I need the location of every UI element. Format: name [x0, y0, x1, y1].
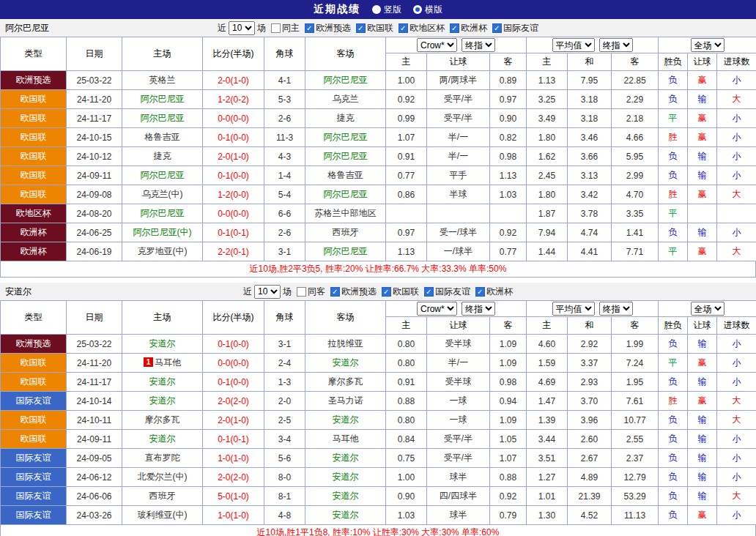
home-team-link[interactable]: 阿尔巴尼亚	[141, 170, 185, 180]
score-cell[interactable]: 0-0(0-0)	[203, 204, 264, 223]
away-team-link[interactable]: 阿尔巴尼亚	[324, 132, 368, 142]
score-cell[interactable]: 2-0(2-0)	[203, 392, 264, 411]
score-cell[interactable]: 5-0(1-0)	[203, 487, 264, 506]
league-label[interactable]: 国际友谊	[503, 22, 538, 34]
match-count-select[interactable]: 10	[254, 285, 281, 299]
home-team-link[interactable]: 北爱尔兰(中)	[138, 472, 188, 482]
league-checkbox[interactable]	[305, 23, 314, 33]
score-cell[interactable]: 1-2(0-0)	[203, 185, 264, 204]
league-checkbox[interactable]	[382, 287, 391, 297]
league-checkbox[interactable]	[424, 287, 434, 297]
league-label[interactable]: 欧地区杯	[410, 22, 445, 34]
league-checkbox[interactable]	[475, 287, 485, 297]
score-cell[interactable]: 0-1(0-1)	[203, 223, 264, 242]
home-team-link[interactable]: 乌克兰(中)	[142, 189, 183, 199]
home-team-link[interactable]: 安道尔	[149, 338, 176, 349]
away-team-link[interactable]: 安道尔	[333, 453, 359, 463]
layout-horizontal-option[interactable]: 横版	[413, 4, 442, 16]
score-cell[interactable]: 1-0(1-0)	[203, 506, 264, 525]
radio-vertical-icon[interactable]	[372, 5, 381, 14]
score-cell[interactable]: 0-1(0-0)	[203, 166, 264, 185]
home-team-link[interactable]: 格鲁吉亚	[145, 132, 180, 142]
home-team-link[interactable]: 克罗地亚(中)	[138, 246, 188, 256]
score-cell[interactable]: 2-2(0-1)	[203, 242, 264, 261]
avg-stage-select[interactable]: 终指	[599, 302, 633, 316]
score-cell[interactable]: 0-1(0-0)	[203, 128, 264, 147]
odds-stage-select[interactable]: 终指	[462, 38, 495, 52]
same-side-checkbox[interactable]	[271, 23, 281, 33]
league-label[interactable]: 欧洲杯	[486, 286, 513, 298]
same-side-checkbox[interactable]	[297, 287, 306, 297]
odds-source-select[interactable]: Crow*	[417, 38, 457, 52]
away-team-link[interactable]: 乌克兰	[333, 94, 359, 104]
league-checkbox[interactable]	[356, 23, 366, 33]
league-label[interactable]: 欧洲杯	[461, 22, 487, 34]
away-team-link[interactable]: 摩尔多瓦	[328, 376, 363, 387]
league-label[interactable]: 国际友谊	[435, 286, 470, 298]
home-team-link[interactable]: 阿尔巴尼亚	[141, 113, 185, 123]
home-cell: 摩尔多瓦	[122, 411, 203, 430]
same-side-label[interactable]: 同客	[308, 286, 325, 298]
score-cell[interactable]: 2-0(1-0)	[203, 411, 264, 430]
home-team-link[interactable]: 安道尔	[149, 433, 176, 444]
away-team-link[interactable]: 格鲁吉亚	[328, 170, 363, 180]
games-label: 场	[257, 22, 266, 34]
away-team-link[interactable]: 圣马力诺	[328, 395, 363, 406]
home-team-link[interactable]: 安道尔	[149, 376, 176, 387]
league-checkbox[interactable]	[492, 23, 502, 33]
score-cell[interactable]: 0-0(0-0)	[203, 354, 264, 373]
home-team-link[interactable]: 直布罗陀	[145, 453, 180, 463]
home-team-link[interactable]: 玻利维亚(中)	[138, 510, 188, 520]
league-label[interactable]: 欧国联	[393, 286, 419, 298]
away-team-link[interactable]: 阿尔巴尼亚	[324, 189, 368, 199]
home-team-link[interactable]: 阿尔巴尼亚	[141, 208, 185, 218]
score-cell[interactable]: 0-1(0-0)	[203, 373, 264, 392]
home-team-link[interactable]: 西班牙	[149, 491, 176, 501]
score-cell[interactable]: 1-0(1-0)	[203, 449, 264, 468]
home-team-link[interactable]: 阿尔巴尼亚(中)	[133, 227, 192, 237]
home-team-link[interactable]: 摩尔多瓦	[145, 414, 180, 425]
odds-stage-select[interactable]: 终指	[462, 302, 495, 316]
scope-select[interactable]: 全场	[691, 38, 724, 52]
score-cell[interactable]: 0-1(0-0)	[203, 335, 264, 354]
score-cell[interactable]: 2-0(2-0)	[203, 468, 264, 487]
home-team-link[interactable]: 英格兰	[149, 75, 176, 85]
away-team-link[interactable]: 安道尔	[333, 357, 359, 368]
score-cell[interactable]: 0-0(0-0)	[203, 109, 264, 128]
league-label[interactable]: 欧国联	[367, 22, 393, 34]
score-cell[interactable]: 1-2(0-2)	[203, 90, 264, 109]
league-checkbox[interactable]	[330, 287, 340, 297]
home-team-link[interactable]: 马耳他	[155, 357, 181, 368]
league-label[interactable]: 欧洲预选	[341, 286, 377, 298]
away-team-link[interactable]: 苏格兰中部地区	[315, 208, 377, 218]
avg-source-select[interactable]: 平均值	[552, 38, 595, 52]
away-team-link[interactable]: 阿尔巴尼亚	[324, 151, 368, 161]
league-label[interactable]: 欧洲预选	[316, 22, 351, 34]
away-team-link[interactable]: 西班牙	[333, 227, 359, 237]
away-team-link[interactable]: 安道尔	[333, 414, 359, 425]
same-side-label[interactable]: 同主	[282, 22, 300, 34]
home-team-link[interactable]: 阿尔巴尼亚	[141, 94, 185, 104]
home-team-link[interactable]: 捷克	[154, 151, 171, 161]
away-team-link[interactable]: 阿尔巴尼亚	[324, 75, 368, 85]
away-team-link[interactable]: 安道尔	[333, 510, 359, 520]
layout-vertical-option[interactable]: 竖版	[372, 4, 401, 16]
match-count-select[interactable]: 10	[229, 21, 255, 35]
avg-stage-select[interactable]: 终指	[599, 38, 633, 52]
away-team-link[interactable]: 阿尔巴尼亚	[324, 246, 368, 256]
home-team-link[interactable]: 安道尔	[149, 395, 176, 406]
radio-horizontal-icon[interactable]	[413, 5, 422, 14]
score-cell[interactable]: 2-0(1-0)	[203, 71, 264, 90]
odds-source-select[interactable]: Crow*	[417, 302, 457, 316]
avg-source-select[interactable]: 平均值	[552, 302, 595, 316]
away-team-link[interactable]: 安道尔	[333, 472, 359, 482]
league-checkbox[interactable]	[399, 23, 408, 33]
away-team-link[interactable]: 马耳他	[333, 433, 359, 444]
away-team-link[interactable]: 安道尔	[333, 491, 359, 501]
league-checkbox[interactable]	[450, 23, 459, 33]
scope-select[interactable]: 全场	[691, 302, 724, 316]
score-cell[interactable]: 0-1(0-1)	[203, 430, 264, 449]
away-team-link[interactable]: 捷克	[337, 113, 355, 123]
away-team-link[interactable]: 拉脱维亚	[328, 338, 363, 349]
score-cell[interactable]: 2-0(1-0)	[203, 147, 264, 166]
